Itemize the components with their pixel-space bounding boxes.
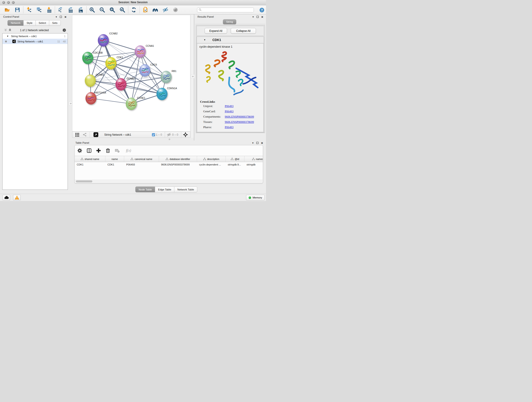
close-table-icon[interactable]: × <box>261 142 263 144</box>
memory-button[interactable]: Memory <box>246 195 265 200</box>
network-canvas[interactable]: CCNB2CCNA1CDC25BCDK1CDC6RB1CCNB1CCNA2CDK… <box>72 15 190 132</box>
table-cell[interactable]: CDK1 <box>75 162 105 168</box>
node-CCNE1[interactable] <box>126 98 137 110</box>
float-table-icon[interactable] <box>256 142 259 144</box>
selected-checkbox-icon[interactable] <box>152 133 155 136</box>
scrollbar-thumb[interactable] <box>76 180 92 182</box>
network-share-icon[interactable] <box>82 133 87 137</box>
table-horizontal-scrollbar[interactable] <box>75 180 263 183</box>
table-cell[interactable]: 9606.ENSP00000378699 <box>159 162 197 168</box>
delete-table-icon[interactable] <box>114 148 120 153</box>
collapse-results-icon[interactable]: ▼ <box>252 16 254 18</box>
collapse-table-icon[interactable]: ▼ <box>252 142 254 144</box>
tab-node-table[interactable]: Node Table <box>135 186 155 192</box>
fit-crosshair-icon[interactable] <box>183 132 188 137</box>
table-cell[interactable]: stringdb <box>244 162 263 168</box>
open-folder-icon[interactable] <box>4 6 11 13</box>
expand-all-button[interactable]: Expand All <box>205 28 227 34</box>
column-header-name[interactable]: name <box>105 156 124 162</box>
table-row[interactable]: CDK1CDK1P064939606.ENSP00000378699cyclin… <box>75 162 263 168</box>
eye-icon[interactable] <box>172 6 179 13</box>
import-network-icon[interactable] <box>26 6 32 13</box>
table-options-gear-icon[interactable] <box>77 148 82 153</box>
node-CDC25B[interactable] <box>82 52 93 64</box>
column-header--id[interactable]: @id <box>226 156 244 162</box>
table-cell[interactable]: cyclin-dependent ... <box>197 162 226 168</box>
tab-sets[interactable]: Sets <box>49 20 61 26</box>
network-view-title: String Network – cdk1 <box>104 133 131 136</box>
tab-style[interactable]: Style <box>23 20 36 26</box>
import-database-icon[interactable] <box>36 6 43 13</box>
node-CCNA1[interactable] <box>135 45 146 58</box>
column-header-canonical-name[interactable]: canonical name <box>124 156 159 162</box>
entry-disclosure-icon[interactable]: ▼ <box>204 39 206 41</box>
search-field[interactable] <box>197 7 254 12</box>
zoom-in-icon[interactable] <box>89 6 96 13</box>
column-header-shared-name[interactable]: shared name <box>75 156 105 162</box>
collection-disclosure-icon[interactable]: ▼ <box>7 35 9 37</box>
node-CDK1[interactable] <box>105 57 116 70</box>
export-table-icon[interactable] <box>67 6 74 13</box>
import-table-icon[interactable] <box>46 6 53 13</box>
zoom-selected-icon[interactable] <box>119 6 126 13</box>
cloud-icon[interactable] <box>2 195 10 200</box>
node-HIST1H1A[interactable] <box>85 92 96 104</box>
bottom-splitter-grip[interactable] <box>168 138 171 140</box>
crosslink-link[interactable]: 9606.ENSP00000378699 <box>225 115 254 119</box>
table-cell[interactable]: P06493 <box>124 162 159 168</box>
node-CCNA2[interactable] <box>115 78 127 90</box>
column-header-database-identifier[interactable]: database identifier <box>159 156 197 162</box>
tab-select[interactable]: Select <box>36 20 49 26</box>
selected-count: 1 – 0 <box>156 133 162 136</box>
tab-network[interactable]: Network <box>7 20 24 26</box>
zoom-fit-icon[interactable] <box>109 6 116 13</box>
crosslink-link[interactable]: P06493 <box>225 110 234 113</box>
export-image-icon[interactable] <box>77 6 84 13</box>
close-panel-icon[interactable]: × <box>64 16 66 18</box>
tab-edge-table[interactable]: Edge Table <box>155 186 174 192</box>
delete-column-icon[interactable] <box>105 148 111 153</box>
node-CDC6[interactable] <box>139 64 150 77</box>
refresh-icon[interactable] <box>131 6 138 13</box>
export-network-icon[interactable] <box>57 6 64 13</box>
birds-eye-grid-icon[interactable] <box>75 133 79 137</box>
save-icon[interactable] <box>14 6 21 13</box>
help-button[interactable]: ? <box>259 7 265 13</box>
crosslink-link[interactable]: 9606.ENSP00000378699 <box>225 120 254 124</box>
close-results-icon[interactable]: × <box>261 16 263 18</box>
home-icon[interactable] <box>152 6 159 13</box>
network-column-icon <box>252 158 255 160</box>
column-header-description[interactable]: description <box>197 156 226 162</box>
tab-network-table[interactable]: Network Table <box>174 186 197 192</box>
collapse-panel-icon[interactable]: ▼ <box>55 16 57 18</box>
table-cell[interactable]: stringdb:9... <box>226 162 244 168</box>
search-input[interactable] <box>202 8 248 12</box>
open-in-new-window-icon[interactable] <box>94 132 98 137</box>
node-CCNB2[interactable] <box>98 34 109 46</box>
float-results-icon[interactable] <box>257 16 259 18</box>
table-cell[interactable]: CDK1 <box>105 162 124 168</box>
tab-string[interactable]: String <box>223 19 236 24</box>
node-CCNB1[interactable] <box>85 75 96 87</box>
warning-icon[interactable] <box>13 195 21 200</box>
network-options-gear-icon[interactable] <box>62 28 66 33</box>
node-RB1[interactable] <box>161 71 172 83</box>
document-share-icon[interactable] <box>142 6 149 13</box>
network-collection-row[interactable]: ▼ String Network – cdk1 1 <box>2 33 68 39</box>
right-splitter-grip[interactable] <box>191 75 194 78</box>
node-CDKN1A[interactable] <box>157 88 167 100</box>
eye-slash-icon[interactable] <box>162 6 169 13</box>
float-panel-icon[interactable] <box>60 16 62 18</box>
left-splitter-grip[interactable] <box>69 102 72 105</box>
zoom-out-icon[interactable] <box>99 6 106 13</box>
result-entry-header[interactable]: ▼ CDK1 <box>197 37 264 43</box>
network-row-selected[interactable]: String Network – cdk1 11 48 <box>2 39 68 44</box>
collapse-all-button[interactable]: Collapse All <box>231 28 256 34</box>
show-columns-icon[interactable] <box>86 148 92 153</box>
crosslink-link[interactable]: P06493 <box>225 126 234 129</box>
crosslink-link[interactable]: P06493 <box>225 104 234 108</box>
function-builder-icon[interactable]: f(x) <box>124 148 133 153</box>
add-column-icon[interactable] <box>96 148 101 153</box>
svg-text:?: ? <box>261 8 263 12</box>
column-header-namespace[interactable]: namespace <box>244 156 263 162</box>
